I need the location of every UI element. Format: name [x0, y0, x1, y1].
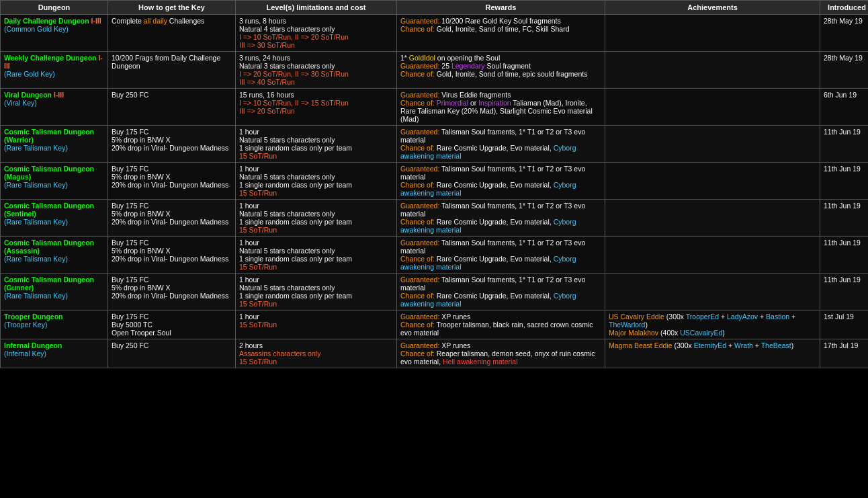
dungeon-cell: Cosmic Talisman Dungeon (Warrior)(Rare T…: [1, 126, 108, 163]
dungeon-table: Dungeon How to get the Key Level(s) limi…: [0, 0, 868, 368]
how-to-get-cell: Buy 175 FC5% drop in BNW X20% drop in Vi…: [108, 200, 236, 237]
levels-cell: 1 hour15 SoT/Run: [236, 310, 397, 339]
achievements-cell: [605, 274, 820, 310]
how-to-get-cell: Buy 175 FC5% drop in BNW X20% drop in Vi…: [108, 163, 236, 200]
dungeon-cell: Infernal Dungeon(Infernal Key): [1, 339, 108, 368]
how-to-get-cell: Buy 175 FC5% drop in BNW X20% drop in Vi…: [108, 237, 236, 274]
how-to-get-cell: Buy 175 FC5% drop in BNW X20% drop in Vi…: [108, 274, 236, 310]
achievements-cell: Magma Beast Eddie (300x EternityEd + Wra…: [605, 339, 820, 368]
introduced-cell: 11th Jun 19: [820, 163, 869, 200]
dungeon-cell: Cosmic Talisman Dungeon (Sentinel)(Rare …: [1, 200, 108, 237]
achievements-cell: [605, 89, 820, 126]
achievements-cell: [605, 200, 820, 237]
rewards-cell: Guaranteed: Virus Eddie fragmentsChance …: [397, 89, 605, 126]
dungeon-cell: Viral Dungeon I-III(Viral Key): [1, 89, 108, 126]
achievements-cell: US Cavalry Eddie (300x TrooperEd + LadyA…: [605, 310, 820, 339]
levels-cell: 3 runs, 24 hoursNatural 3 stars characte…: [236, 52, 397, 89]
introduced-cell: 11th Jun 19: [820, 126, 869, 163]
how-to-get-cell: 10/200 Frags from Daily Challenge Dungeo…: [108, 52, 236, 89]
dungeon-cell: Trooper Dungeon(Trooper Key): [1, 310, 108, 339]
rewards-cell: Guaranteed: Talisman Soul framents, 1* T…: [397, 237, 605, 274]
introduced-cell: 11th Jun 19: [820, 274, 869, 310]
levels-cell: 15 runs, 16 hoursI => 10 SoT/Run, II => …: [236, 89, 397, 126]
dungeon-cell: Cosmic Talisman Dungeon (Magus)(Rare Tal…: [1, 163, 108, 200]
achievements-cell: [605, 126, 820, 163]
table-row: Infernal Dungeon(Infernal Key)Buy 250 FC…: [1, 339, 869, 368]
rewards-cell: Guaranteed: XP runesChance of: Trooper t…: [397, 310, 605, 339]
how-to-get-cell: Buy 175 FC5% drop in BNW X20% drop in Vi…: [108, 126, 236, 163]
achievements-cell: [605, 15, 820, 52]
introduced-cell: 28th May 19: [820, 15, 869, 52]
table-row: Weekly Challenge Dungeon I-III(Rare Gold…: [1, 52, 869, 89]
rewards-cell: Guaranteed: Talisman Soul framents, 1* T…: [397, 163, 605, 200]
header-achievements: Achievements: [605, 1, 820, 15]
table-row: Cosmic Talisman Dungeon (Gunner)(Rare Ta…: [1, 274, 869, 310]
introduced-cell: 11th Jun 19: [820, 200, 869, 237]
levels-cell: 2 hoursAssassins characters only15 SoT/R…: [236, 339, 397, 368]
achievements-cell: [605, 163, 820, 200]
achievements-cell: [605, 237, 820, 274]
rewards-cell: Guaranteed: 10/200 Rare Gold Key Soul fr…: [397, 15, 605, 52]
dungeon-cell: Daily Challenge Dungeon I-III(Common Gol…: [1, 15, 108, 52]
achievements-cell: [605, 52, 820, 89]
table-row: Viral Dungeon I-III(Viral Key)Buy 250 FC…: [1, 89, 869, 126]
header-introduced: Introduced: [820, 1, 869, 15]
header-levels: Level(s) limitations and cost: [236, 1, 397, 15]
rewards-cell: Guaranteed: Talisman Soul framents, 1* T…: [397, 126, 605, 163]
dungeon-cell: Cosmic Talisman Dungeon (Gunner)(Rare Ta…: [1, 274, 108, 310]
levels-cell: 1 hourNatural 5 stars characters only1 s…: [236, 126, 397, 163]
introduced-cell: 1st Jul 19: [820, 310, 869, 339]
rewards-cell: Guaranteed: XP runesChance of: Reaper ta…: [397, 339, 605, 368]
dungeon-cell: Weekly Challenge Dungeon I-III(Rare Gold…: [1, 52, 108, 89]
header-rewards: Rewards: [397, 1, 605, 15]
how-to-get-cell: Complete all daily Challenges: [108, 15, 236, 52]
introduced-cell: 28th May 19: [820, 52, 869, 89]
levels-cell: 1 hourNatural 5 stars characters only1 s…: [236, 237, 397, 274]
how-to-get-cell: Buy 175 FCBuy 5000 TCOpen Trooper Soul: [108, 310, 236, 339]
header-key: How to get the Key: [108, 1, 236, 15]
table-row: Trooper Dungeon(Trooper Key)Buy 175 FCBu…: [1, 310, 869, 339]
table-row: Daily Challenge Dungeon I-III(Common Gol…: [1, 15, 869, 52]
levels-cell: 1 hourNatural 5 stars characters only1 s…: [236, 274, 397, 310]
how-to-get-cell: Buy 250 FC: [108, 339, 236, 368]
introduced-cell: 11th Jun 19: [820, 237, 869, 274]
table-row: Cosmic Talisman Dungeon (Sentinel)(Rare …: [1, 200, 869, 237]
introduced-cell: 6th Jun 19: [820, 89, 869, 126]
rewards-cell: 1* GoldIdol on opening the SoulGuarantee…: [397, 52, 605, 89]
table-row: Cosmic Talisman Dungeon (Magus)(Rare Tal…: [1, 163, 869, 200]
rewards-cell: Guaranteed: Talisman Soul framents, 1* T…: [397, 200, 605, 237]
levels-cell: 3 runs, 8 hoursNatural 4 stars character…: [236, 15, 397, 52]
levels-cell: 1 hourNatural 5 stars characters only1 s…: [236, 163, 397, 200]
how-to-get-cell: Buy 250 FC: [108, 89, 236, 126]
rewards-cell: Guaranteed: Talisman Soul framents, 1* T…: [397, 274, 605, 310]
dungeon-cell: Cosmic Talisman Dungeon (Assassin)(Rare …: [1, 237, 108, 274]
levels-cell: 1 hourNatural 5 stars characters only1 s…: [236, 200, 397, 237]
introduced-cell: 17th Jul 19: [820, 339, 869, 368]
table-row: Cosmic Talisman Dungeon (Assassin)(Rare …: [1, 237, 869, 274]
table-row: Cosmic Talisman Dungeon (Warrior)(Rare T…: [1, 126, 869, 163]
header-dungeon: Dungeon: [1, 1, 108, 15]
